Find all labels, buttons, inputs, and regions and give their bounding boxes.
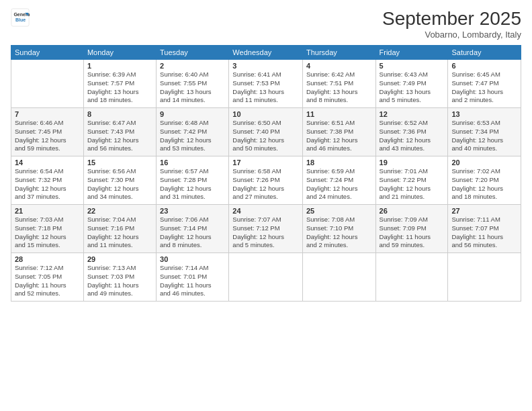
calendar-cell: 6Sunrise: 6:45 AM Sunset: 7:47 PM Daylig… — [448, 60, 521, 108]
calendar-cell: 4Sunrise: 6:42 AM Sunset: 7:51 PM Daylig… — [302, 60, 375, 108]
day-info: Sunrise: 6:51 AM Sunset: 7:38 PM Dayligh… — [306, 119, 372, 153]
calendar-cell: 21Sunrise: 7:03 AM Sunset: 7:18 PM Dayli… — [11, 205, 84, 253]
day-info: Sunrise: 7:06 AM Sunset: 7:14 PM Dayligh… — [160, 216, 225, 250]
day-of-week-header: Monday — [83, 46, 156, 60]
calendar-cell: 12Sunrise: 6:52 AM Sunset: 7:36 PM Dayli… — [375, 108, 448, 156]
day-number: 18 — [306, 158, 372, 167]
calendar-cell: 14Sunrise: 6:54 AM Sunset: 7:32 PM Dayli… — [11, 156, 84, 205]
calendar-cell: 16Sunrise: 6:57 AM Sunset: 7:28 PM Dayli… — [157, 156, 229, 205]
logo: General Blue — [11, 8, 30, 27]
day-number: 26 — [380, 207, 445, 215]
day-info: Sunrise: 7:01 AM Sunset: 7:22 PM Dayligh… — [380, 167, 445, 201]
calendar-cell: 24Sunrise: 7:07 AM Sunset: 7:12 PM Dayli… — [229, 205, 303, 253]
day-info: Sunrise: 6:39 AM Sunset: 7:57 PM Dayligh… — [87, 71, 152, 105]
day-info: Sunrise: 6:58 AM Sunset: 7:26 PM Dayligh… — [232, 167, 299, 201]
calendar-cell: 10Sunrise: 6:50 AM Sunset: 7:40 PM Dayli… — [229, 108, 303, 156]
day-number: 14 — [15, 158, 80, 167]
calendar-cell: 25Sunrise: 7:08 AM Sunset: 7:10 PM Dayli… — [302, 205, 375, 253]
day-number: 11 — [306, 110, 372, 118]
day-number: 3 — [232, 62, 299, 70]
day-info: Sunrise: 6:48 AM Sunset: 7:42 PM Dayligh… — [160, 119, 225, 153]
day-number: 20 — [451, 158, 517, 167]
calendar-cell — [448, 253, 521, 302]
calendar-cell: 1Sunrise: 6:39 AM Sunset: 7:57 PM Daylig… — [83, 60, 156, 108]
day-number: 22 — [87, 207, 152, 215]
calendar-cell — [11, 60, 84, 108]
day-number: 5 — [380, 62, 445, 70]
calendar: SundayMondayTuesdayWednesdayThursdayFrid… — [11, 45, 521, 302]
calendar-cell: 26Sunrise: 7:09 AM Sunset: 7:09 PM Dayli… — [375, 205, 448, 253]
day-number: 19 — [380, 158, 445, 167]
day-number: 8 — [87, 110, 152, 118]
day-info: Sunrise: 7:12 AM Sunset: 7:05 PM Dayligh… — [15, 264, 80, 298]
calendar-cell: 17Sunrise: 6:58 AM Sunset: 7:26 PM Dayli… — [229, 156, 303, 205]
day-info: Sunrise: 6:47 AM Sunset: 7:43 PM Dayligh… — [87, 119, 152, 153]
day-number: 29 — [87, 255, 152, 263]
calendar-cell: 2Sunrise: 6:40 AM Sunset: 7:55 PM Daylig… — [157, 60, 229, 108]
calendar-cell: 23Sunrise: 7:06 AM Sunset: 7:14 PM Dayli… — [157, 205, 229, 253]
day-info: Sunrise: 7:11 AM Sunset: 7:07 PM Dayligh… — [451, 216, 517, 250]
day-info: Sunrise: 7:08 AM Sunset: 7:10 PM Dayligh… — [306, 216, 372, 250]
svg-text:Blue: Blue — [15, 17, 26, 22]
calendar-cell: 13Sunrise: 6:53 AM Sunset: 7:34 PM Dayli… — [448, 108, 521, 156]
calendar-cell: 30Sunrise: 7:14 AM Sunset: 7:01 PM Dayli… — [157, 253, 229, 302]
calendar-cell: 29Sunrise: 7:13 AM Sunset: 7:03 PM Dayli… — [83, 253, 156, 302]
calendar-cell: 18Sunrise: 6:59 AM Sunset: 7:24 PM Dayli… — [302, 156, 375, 205]
day-number: 1 — [87, 62, 152, 70]
calendar-cell: 9Sunrise: 6:48 AM Sunset: 7:42 PM Daylig… — [157, 108, 229, 156]
day-info: Sunrise: 6:40 AM Sunset: 7:55 PM Dayligh… — [160, 71, 225, 105]
calendar-cell — [229, 253, 303, 302]
calendar-cell: 15Sunrise: 6:56 AM Sunset: 7:30 PM Dayli… — [83, 156, 156, 205]
day-number: 7 — [15, 110, 80, 118]
day-number: 21 — [15, 207, 80, 215]
day-info: Sunrise: 6:57 AM Sunset: 7:28 PM Dayligh… — [160, 167, 225, 201]
day-number: 30 — [160, 255, 225, 263]
day-number: 2 — [160, 62, 225, 70]
day-of-week-header: Saturday — [448, 46, 521, 60]
day-info: Sunrise: 6:59 AM Sunset: 7:24 PM Dayligh… — [306, 167, 372, 201]
calendar-cell: 8Sunrise: 6:47 AM Sunset: 7:43 PM Daylig… — [83, 108, 156, 156]
day-info: Sunrise: 6:45 AM Sunset: 7:47 PM Dayligh… — [451, 71, 517, 105]
day-info: Sunrise: 6:52 AM Sunset: 7:36 PM Dayligh… — [380, 119, 445, 153]
day-info: Sunrise: 6:56 AM Sunset: 7:30 PM Dayligh… — [87, 167, 152, 201]
logo-icon: General Blue — [11, 8, 30, 27]
calendar-cell — [375, 253, 448, 302]
day-of-week-header: Friday — [375, 46, 448, 60]
title-block: September 2025 Vobarno, Lombardy, Italy — [382, 8, 521, 40]
location: Vobarno, Lombardy, Italy — [382, 30, 521, 40]
calendar-cell: 22Sunrise: 7:04 AM Sunset: 7:16 PM Dayli… — [83, 205, 156, 253]
day-info: Sunrise: 6:42 AM Sunset: 7:51 PM Dayligh… — [306, 71, 372, 105]
day-number: 9 — [160, 110, 225, 118]
calendar-cell: 27Sunrise: 7:11 AM Sunset: 7:07 PM Dayli… — [448, 205, 521, 253]
calendar-cell: 20Sunrise: 7:02 AM Sunset: 7:20 PM Dayli… — [448, 156, 521, 205]
day-number: 4 — [306, 62, 372, 70]
day-number: 23 — [160, 207, 225, 215]
day-number: 24 — [232, 207, 299, 215]
day-number: 10 — [232, 110, 299, 118]
calendar-cell: 7Sunrise: 6:46 AM Sunset: 7:45 PM Daylig… — [11, 108, 84, 156]
day-info: Sunrise: 7:04 AM Sunset: 7:16 PM Dayligh… — [87, 216, 152, 250]
day-info: Sunrise: 7:09 AM Sunset: 7:09 PM Dayligh… — [380, 216, 445, 250]
day-info: Sunrise: 6:46 AM Sunset: 7:45 PM Dayligh… — [15, 119, 80, 153]
day-number: 12 — [380, 110, 445, 118]
day-number: 16 — [160, 158, 225, 167]
month-title: September 2025 — [382, 8, 521, 30]
day-number: 15 — [87, 158, 152, 167]
day-info: Sunrise: 6:43 AM Sunset: 7:49 PM Dayligh… — [380, 71, 445, 105]
day-of-week-header: Thursday — [302, 46, 375, 60]
day-number: 28 — [15, 255, 80, 263]
calendar-cell: 11Sunrise: 6:51 AM Sunset: 7:38 PM Dayli… — [302, 108, 375, 156]
day-info: Sunrise: 7:14 AM Sunset: 7:01 PM Dayligh… — [160, 264, 225, 298]
day-info: Sunrise: 7:02 AM Sunset: 7:20 PM Dayligh… — [451, 167, 517, 201]
day-info: Sunrise: 7:03 AM Sunset: 7:18 PM Dayligh… — [15, 216, 80, 250]
day-info: Sunrise: 6:54 AM Sunset: 7:32 PM Dayligh… — [15, 167, 80, 201]
day-of-week-header: Sunday — [11, 46, 84, 60]
day-info: Sunrise: 6:53 AM Sunset: 7:34 PM Dayligh… — [451, 119, 517, 153]
day-number: 25 — [306, 207, 372, 215]
day-info: Sunrise: 6:41 AM Sunset: 7:53 PM Dayligh… — [232, 71, 299, 105]
day-of-week-header: Tuesday — [157, 46, 229, 60]
day-of-week-header: Wednesday — [229, 46, 303, 60]
calendar-cell: 28Sunrise: 7:12 AM Sunset: 7:05 PM Dayli… — [11, 253, 84, 302]
calendar-cell: 5Sunrise: 6:43 AM Sunset: 7:49 PM Daylig… — [375, 60, 448, 108]
day-info: Sunrise: 6:50 AM Sunset: 7:40 PM Dayligh… — [232, 119, 299, 153]
